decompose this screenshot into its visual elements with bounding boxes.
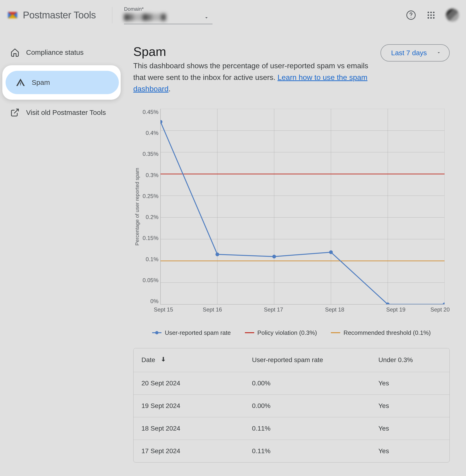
y-tick: 0.45% xyxy=(143,109,158,115)
table-row: 17 Sept 20240.11%Yes xyxy=(133,440,449,462)
table-header-row: Date User-reported spam rate Under 0.3% xyxy=(133,348,449,372)
header-divider xyxy=(112,7,112,23)
domain-select[interactable]: Domain* xyxy=(124,6,212,24)
app-title: Postmaster Tools xyxy=(23,10,96,21)
legend-item-spam-rate: User-reported spam rate xyxy=(152,329,231,337)
svg-point-9 xyxy=(430,14,432,16)
cell-rate: 0.00% xyxy=(244,372,371,395)
chart-plot-area xyxy=(160,109,444,304)
svg-point-8 xyxy=(428,14,429,16)
legend-item-threshold: Recommended threshold (0.1%) xyxy=(331,329,431,337)
x-tick: Sept 16 xyxy=(182,306,243,313)
table-header-under[interactable]: Under 0.3% xyxy=(371,348,449,372)
x-tick: Sept 17 xyxy=(243,306,304,313)
page-description: This dashboard shows the percentage of u… xyxy=(133,60,369,95)
cell-under: Yes xyxy=(371,417,449,440)
cell-date: 18 Sept 2024 xyxy=(133,417,244,440)
domain-label: Domain* xyxy=(124,6,212,12)
svg-point-33 xyxy=(216,253,219,256)
cell-under: Yes xyxy=(371,395,449,417)
svg-point-11 xyxy=(428,17,429,19)
app-header: Postmaster Tools Domain* xyxy=(0,0,466,30)
svg-point-34 xyxy=(272,255,276,258)
cell-date: 19 Sept 2024 xyxy=(133,395,244,417)
domain-value xyxy=(124,13,212,22)
sidebar: Compliance status Spam Visit old Postmas… xyxy=(0,30,124,463)
legend-label: User-reported spam rate xyxy=(165,329,231,337)
svg-point-4 xyxy=(411,17,411,18)
table-header-date[interactable]: Date xyxy=(133,348,244,372)
spam-chart: Percentage of user reported spam 0.45%0.… xyxy=(133,109,450,304)
nav-compliance-status[interactable]: Compliance status xyxy=(0,40,119,65)
x-tick: Sept 15 xyxy=(154,306,182,313)
cell-date: 17 Sept 2024 xyxy=(133,440,244,462)
cell-under: Yes xyxy=(371,372,449,395)
table-row: 19 Sept 20240.00%Yes xyxy=(133,395,449,417)
x-axis-ticks: Sept 15Sept 16Sept 17Sept 18Sept 19Sept … xyxy=(165,306,450,313)
nav-item-label: Compliance status xyxy=(26,48,84,56)
table-row: 20 Sept 20240.00%Yes xyxy=(133,372,449,395)
x-tick: Sept 18 xyxy=(304,306,365,313)
cell-rate: 0.11% xyxy=(244,417,371,440)
y-tick: 0.05% xyxy=(143,277,158,284)
date-range-dropdown[interactable]: Last 7 days xyxy=(381,44,450,61)
y-tick: 0.2% xyxy=(146,214,158,221)
legend-item-policy: Policy violation (0.3%) xyxy=(245,329,317,337)
svg-point-37 xyxy=(443,302,444,304)
svg-point-13 xyxy=(433,17,434,19)
dropdown-caret-icon xyxy=(436,49,441,57)
x-tick: Sept 19 xyxy=(365,306,427,313)
main-content: Spam This dashboard shows the percentage… xyxy=(124,30,466,463)
svg-point-5 xyxy=(428,12,429,13)
y-axis-ticks: 0.45%0.4%0.35%0.3%0.25%0.2%0.15%0.1%0.05… xyxy=(140,109,160,304)
table-header-rate[interactable]: User-reported spam rate xyxy=(244,348,371,372)
nav-highlight: Spam xyxy=(2,65,121,100)
svg-point-6 xyxy=(430,12,432,13)
y-tick: 0.3% xyxy=(146,172,158,178)
range-label: Last 7 days xyxy=(391,49,427,57)
cell-date: 20 Sept 2024 xyxy=(133,372,244,395)
warning-triangle-icon xyxy=(16,78,25,87)
cell-under: Yes xyxy=(371,440,449,462)
nav-item-label: Visit old Postmaster Tools xyxy=(26,109,106,116)
y-tick: 0.1% xyxy=(146,256,158,263)
app-logo-icon xyxy=(7,10,18,21)
svg-point-10 xyxy=(433,14,434,16)
y-axis-label: Percentage of user reported spam xyxy=(133,109,140,304)
external-link-icon xyxy=(10,108,20,117)
account-avatar[interactable] xyxy=(446,9,459,22)
legend-label: Policy violation (0.3%) xyxy=(257,329,317,337)
legend-swatch xyxy=(331,332,340,333)
dropdown-caret-icon xyxy=(204,15,209,22)
legend-label: Recommended threshold (0.1%) xyxy=(343,329,431,337)
home-icon xyxy=(10,48,20,57)
sort-desc-icon xyxy=(160,356,167,364)
y-tick: 0.15% xyxy=(143,235,158,241)
y-tick: 0.35% xyxy=(143,151,158,157)
y-tick: 0.4% xyxy=(146,130,158,136)
nav-visit-old[interactable]: Visit old Postmaster Tools xyxy=(0,100,119,125)
svg-point-12 xyxy=(430,17,432,19)
page-title: Spam xyxy=(133,44,369,59)
help-icon[interactable] xyxy=(406,10,416,20)
chart-legend: User-reported spam rate Policy violation… xyxy=(133,329,450,337)
table-row: 18 Sept 20240.11%Yes xyxy=(133,417,449,440)
desc-suffix: . xyxy=(168,85,171,93)
svg-point-32 xyxy=(161,120,163,124)
legend-swatch xyxy=(245,332,254,333)
apps-grid-icon[interactable] xyxy=(426,10,436,20)
cell-rate: 0.11% xyxy=(244,440,371,462)
legend-swatch xyxy=(152,332,162,333)
th-label: Date xyxy=(141,356,155,364)
nav-spam[interactable]: Spam xyxy=(6,71,119,94)
y-tick: 0.25% xyxy=(143,193,158,199)
svg-point-35 xyxy=(329,250,333,254)
cell-rate: 0.00% xyxy=(244,395,371,417)
domain-value-redacted xyxy=(124,14,166,21)
y-tick: 0% xyxy=(150,298,158,304)
spam-table: Date User-reported spam rate Under 0.3% … xyxy=(133,348,450,463)
svg-point-7 xyxy=(433,12,434,13)
x-tick: Sept 20 xyxy=(426,306,450,313)
nav-item-label: Spam xyxy=(32,79,50,86)
logo-wrap: Postmaster Tools xyxy=(7,10,96,21)
